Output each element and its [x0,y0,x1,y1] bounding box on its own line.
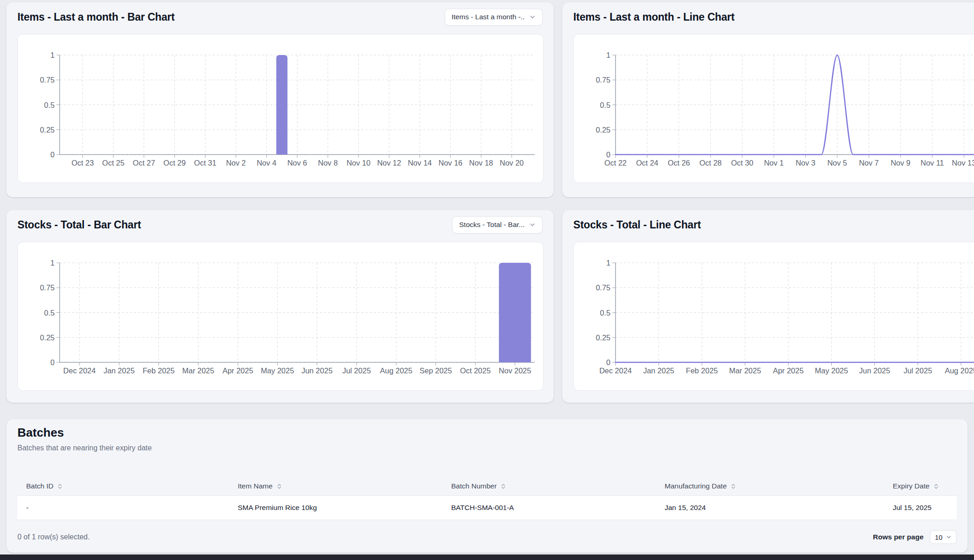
rows-selected-status: 0 of 1 row(s) selected. [17,533,90,541]
dashboard: Items - Last a month - Bar Chart Items -… [0,0,974,560]
svg-text:Nov 1: Nov 1 [764,159,784,167]
svg-text:Oct 30: Oct 30 [731,159,754,167]
stocks-bar-chart: Dec 2024Jan 2025Feb 2025Mar 2025Apr 2025… [18,242,543,390]
svg-text:Nov 10: Nov 10 [347,159,370,167]
svg-text:0.25: 0.25 [596,333,610,342]
column-header-manufacturing-date[interactable]: Manufacturing Date [656,477,884,495]
dropdown-label: Stocks - Total - Bar... [459,221,525,229]
svg-text:Feb 2025: Feb 2025 [686,366,718,375]
svg-text:0.5: 0.5 [44,101,55,109]
svg-text:0.75: 0.75 [40,76,55,84]
stocks-bar-chart-title: Stocks - Total - Bar Chart [17,219,141,231]
svg-text:Mar 2025: Mar 2025 [729,366,761,375]
svg-text:Aug 2025: Aug 2025 [945,366,974,375]
svg-text:Apr 2025: Apr 2025 [773,366,804,375]
svg-text:0.5: 0.5 [600,309,610,317]
svg-text:Nov 20: Nov 20 [500,159,524,167]
svg-text:Nov 2: Nov 2 [226,159,246,167]
cell-expiry-date: Jul 15, 2025 [884,496,957,520]
stocks-chart-select-dropdown[interactable]: Stocks - Total - Bar... [452,216,543,233]
rows-per-page-select[interactable]: 10 [930,530,957,544]
chart-panel: Oct 23Oct 25Oct 27Oct 29Oct 31Nov 2Nov 4… [17,34,543,183]
svg-text:Aug 2025: Aug 2025 [380,366,413,375]
table-footer: 0 of 1 row(s) selected. Rows per page 10 [17,528,957,546]
svg-text:Jan 2025: Jan 2025 [643,366,674,375]
svg-text:Nov 2025: Nov 2025 [499,366,532,375]
svg-text:Apr 2025: Apr 2025 [223,366,253,375]
svg-text:Sep 2025: Sep 2025 [420,366,452,375]
svg-text:Oct 29: Oct 29 [163,159,186,167]
sort-icon [276,483,282,489]
bottom-bar [0,554,974,560]
items-chart-select-dropdown[interactable]: Items - Last a month -.. [445,9,543,26]
svg-text:1: 1 [50,51,55,59]
svg-text:0: 0 [50,150,55,159]
sort-icon [730,483,736,489]
card-header: Items - Last a month - Line Chart [573,8,974,26]
svg-text:Oct 25: Oct 25 [102,159,125,167]
stocks-line-chart-card: Stocks - Total - Line Chart Dec 2024Jan … [562,210,974,403]
svg-text:Oct 2025: Oct 2025 [460,366,491,375]
column-header-item-name[interactable]: Item Name [229,477,442,495]
svg-text:0: 0 [606,150,610,159]
svg-text:Feb 2025: Feb 2025 [143,366,175,375]
rows-per-page-value: 10 [935,533,943,541]
svg-text:Dec 2024: Dec 2024 [63,366,96,375]
svg-text:May 2025: May 2025 [815,366,848,375]
svg-text:1: 1 [606,51,610,59]
column-header-batch-number[interactable]: Batch Number [442,477,656,495]
svg-text:Jul 2025: Jul 2025 [903,366,932,375]
svg-text:Oct 31: Oct 31 [194,159,217,167]
svg-text:0.25: 0.25 [596,126,610,134]
svg-text:May 2025: May 2025 [261,366,294,375]
column-header-batch-id[interactable]: Batch ID [17,477,229,495]
svg-text:Nov 16: Nov 16 [438,159,462,167]
svg-text:Jan 2025: Jan 2025 [103,366,134,375]
svg-text:Oct 22: Oct 22 [605,159,627,167]
svg-text:0.75: 0.75 [596,76,610,84]
batches-title: Batches [17,426,64,440]
sort-icon [933,483,939,489]
cell-batch-id: - [17,496,229,520]
svg-text:Oct 26: Oct 26 [668,159,690,167]
cell-manufacturing-date: Jan 15, 2024 [656,496,884,520]
items-line-chart-title: Items - Last a month - Line Chart [573,11,734,23]
dropdown-label: Items - Last a month -.. [452,13,525,21]
chart-panel: Oct 22Oct 24Oct 26Oct 28Oct 30Nov 1Nov 3… [573,34,974,183]
table-row[interactable]: - SMA Premium Rice 10kg BATCH-SMA-001-A … [17,496,957,520]
svg-text:Nov 8: Nov 8 [318,159,338,167]
sort-icon [500,483,506,489]
stocks-line-chart-title: Stocks - Total - Line Chart [573,219,701,231]
table-header-row: Batch ID Item Name Batch Number Manufact… [17,477,957,496]
svg-text:Nov 11: Nov 11 [920,159,944,167]
svg-text:Jun 2025: Jun 2025 [859,366,890,375]
svg-text:Nov 18: Nov 18 [469,159,493,167]
chevron-down-icon [946,534,952,540]
svg-text:0.75: 0.75 [40,283,55,292]
items-bar-chart-title: Items - Last a month - Bar Chart [17,11,175,23]
svg-text:1: 1 [606,259,610,267]
svg-text:Dec 2024: Dec 2024 [599,366,632,375]
items-bar-chart: Oct 23Oct 25Oct 27Oct 29Oct 31Nov 2Nov 4… [18,34,543,183]
items-line-chart-card: Items - Last a month - Line Chart Oct 22… [562,2,974,197]
svg-text:0.5: 0.5 [44,309,55,317]
svg-text:Nov 3: Nov 3 [795,159,815,167]
svg-text:Nov 14: Nov 14 [408,159,431,167]
sort-icon [57,483,63,489]
svg-text:0: 0 [50,358,55,366]
svg-text:Nov 4: Nov 4 [257,159,276,167]
svg-text:Oct 28: Oct 28 [700,159,722,167]
svg-text:Nov 5: Nov 5 [827,159,847,167]
stocks-line-chart: Dec 2024Jan 2025Feb 2025Mar 2025Apr 2025… [574,242,974,390]
svg-text:Nov 6: Nov 6 [287,159,307,167]
svg-text:Nov 12: Nov 12 [377,159,401,167]
batches-table: Batch ID Item Name Batch Number Manufact… [17,477,957,520]
svg-text:Jul 2025: Jul 2025 [342,366,371,375]
chart-panel: Dec 2024Jan 2025Feb 2025Mar 2025Apr 2025… [17,242,543,391]
svg-text:Oct 27: Oct 27 [133,159,155,167]
svg-text:Mar 2025: Mar 2025 [182,366,214,375]
svg-text:1: 1 [50,259,55,267]
chevron-down-icon [529,14,536,20]
column-header-expiry-date[interactable]: Expiry Date [884,477,957,495]
card-header: Stocks - Total - Line Chart [573,216,974,234]
